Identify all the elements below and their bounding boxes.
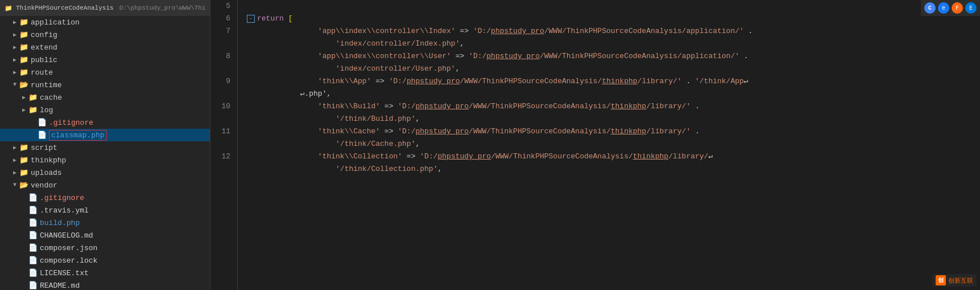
sidebar-item-extend[interactable]: 📁 extend (0, 41, 210, 54)
folder-vendor-icon: 📂 (19, 181, 28, 190)
code-line-12: 'think\\Collection' => 'D:/phpstudy_pro/… (247, 150, 980, 163)
code-str-val-10b: '/think/Build.php' (336, 113, 415, 125)
sidebar-item-license[interactable]: 📄 LICENSE.txt (0, 267, 210, 279)
arrow-icon (11, 56, 18, 63)
sidebar-item-classmap[interactable]: 📄 classmap.php (0, 129, 210, 141)
sidebar-item-travis[interactable]: 📄 .travis.yml (0, 204, 210, 217)
sidebar-item-gitignore-root[interactable]: 📄 .gitignore (0, 191, 210, 204)
sidebar-item-label: route (31, 68, 53, 77)
sidebar-item-label: composer.lock (40, 256, 97, 265)
chrome-icon[interactable]: C (924, 2, 936, 14)
sidebar-item-script[interactable]: 📁 script (0, 141, 210, 154)
line-num-7-cont (215, 38, 230, 50)
ie-icon[interactable]: e (938, 2, 949, 14)
code-lines: - return [ 'app\\index\\controller\\Inde… (238, 0, 980, 290)
line-num-6: 6 (215, 13, 230, 25)
code-line-7: 'app\\index\\controller\\Index' => 'D:/p… (247, 25, 980, 38)
code-str-val-11b: '/think/Cache.php' (336, 138, 415, 150)
concat-dot-7: . (744, 25, 757, 38)
sidebar-item-label: composer.json (40, 244, 97, 252)
code-line-12-cont: '/think/Collection.php', (247, 163, 980, 175)
file-readme-icon: 📄 (28, 281, 38, 290)
sidebar-item-config[interactable]: 📁 config (0, 28, 210, 41)
line-num-11: 11 (215, 125, 230, 138)
arrow-icon (11, 31, 18, 38)
concat-dot-9: . (682, 75, 695, 88)
code-line-9-cont: ↵.php', (247, 88, 980, 100)
code-comma-10: , (415, 113, 420, 125)
line-numbers: 5 6 7 8 9 10 11 12 (210, 0, 238, 290)
arrow-icon (20, 244, 27, 251)
line-num-10: 10 (215, 100, 230, 113)
sidebar-item-runtime[interactable]: 📂 runtime (0, 79, 210, 91)
sidebar-item-uploads[interactable]: 📁 uploads (0, 166, 210, 179)
arrow-icon (20, 219, 27, 226)
arrow-icon (11, 69, 18, 76)
code-op-8: => (451, 50, 469, 63)
code-str-val-12a: 'D:/phpstudy_pro/WWW/ThinkPHPSourceCodeA… (420, 150, 708, 163)
code-str-val-10a: 'D:/phpstudy_pro/WWW/ThinkPHPSourceCodeA… (398, 100, 690, 113)
code-overflow-12: ↵ (708, 150, 713, 163)
code-comma-9: , (326, 88, 331, 100)
concat-dot-10: . (690, 100, 700, 113)
sidebar-item-vendor[interactable]: 📂 vendor (0, 179, 210, 191)
code-str-val-7a: 'D:/phpstudy_pro/WWW/ThinkPHPSourceCodeA… (473, 25, 744, 38)
sidebar-item-composer-lock[interactable]: 📄 composer.lock (0, 254, 210, 267)
sidebar-item-log[interactable]: 📁 log (0, 104, 210, 116)
concat-dot-8: . (739, 50, 752, 63)
sidebar-item-changelog[interactable]: 📄 CHANGELOG.md (0, 229, 210, 242)
edge-icon[interactable]: E (965, 2, 977, 14)
file-gitignore-icon: 📄 (38, 118, 47, 127)
sidebar-item-application[interactable]: 📁 application (0, 16, 210, 28)
firefox-icon[interactable]: F (952, 2, 963, 14)
sidebar-item-readme[interactable]: 📄 README.md (0, 279, 210, 290)
code-op-7: => (456, 25, 473, 38)
folder-runtime-icon: 📂 (19, 80, 28, 89)
sidebar-item-gitignore-runtime[interactable]: 📄 .gitignore (0, 116, 210, 129)
sidebar-item-label: config (31, 31, 57, 39)
sidebar-item-label: .gitignore (40, 194, 84, 202)
file-composer-json-icon: 📄 (28, 243, 38, 252)
sidebar-item-build[interactable]: 📄 build.php (0, 217, 210, 229)
arrow-icon (20, 107, 27, 113)
sidebar-item-label: LICENSE.txt (40, 269, 89, 277)
sidebar-item-cache[interactable]: 📁 cache (0, 91, 210, 104)
arrow-icon (11, 144, 18, 151)
arrow-icon (20, 194, 27, 201)
sidebar-item-label: extend (31, 43, 57, 52)
code-line-7-cont: 'index/controller/Index.php', (247, 38, 980, 50)
code-str-val-12b: '/think/Collection.php' (336, 163, 437, 175)
sidebar-item-label: script (31, 144, 57, 152)
arrow-icon (20, 94, 27, 101)
line-num-9-cont (215, 88, 230, 100)
code-str-val-7b: 'index/controller/Index.php' (336, 38, 460, 50)
sidebar-item-label: public (31, 56, 57, 64)
sidebar-item-public[interactable]: 📁 public (0, 54, 210, 66)
folder-config-icon: 📁 (19, 30, 28, 39)
folder-route-icon: 📁 (19, 68, 28, 77)
arrow-icon (30, 119, 36, 126)
sidebar-item-thinkphp[interactable]: 📁 thinkphp (0, 154, 210, 166)
line-num-5: 5 (215, 0, 230, 13)
code-comma-12: , (437, 163, 442, 175)
project-path: D:\phpstudy_pro\WWW\Thi (119, 5, 206, 11)
sidebar-item-composer-json[interactable]: 📄 composer.json (0, 242, 210, 254)
file-license-icon: 📄 (28, 268, 38, 277)
file-php-icon: 📄 (38, 130, 47, 140)
code-line-8-cont: 'index/controller/User.php', (247, 63, 980, 75)
line-num-8: 8 (215, 50, 230, 63)
sidebar-item-label: log (40, 106, 53, 115)
line-num-11-cont (215, 138, 230, 150)
sidebar-title: 📁 ThinkPHPSourceCodeAnalysis D:\phpstudy… (0, 0, 210, 16)
folder-icon: 📁 (5, 5, 13, 12)
code-str-val-8b: 'index/controller/User.php' (336, 63, 456, 75)
code-str-key-9: 'think\\App' (318, 75, 371, 88)
editor-content: 5 6 7 8 9 10 11 12 - return [ (210, 0, 980, 290)
code-str-key-7: 'app\\index\\controller\\Index' (318, 25, 456, 38)
line-num-9: 9 (215, 75, 230, 88)
sidebar-item-route[interactable]: 📁 route (0, 66, 210, 79)
file-travis-icon: 📄 (28, 206, 38, 215)
sidebar-item-label: application (31, 18, 80, 27)
arrow-icon (11, 182, 18, 189)
arrow-icon (11, 44, 18, 51)
